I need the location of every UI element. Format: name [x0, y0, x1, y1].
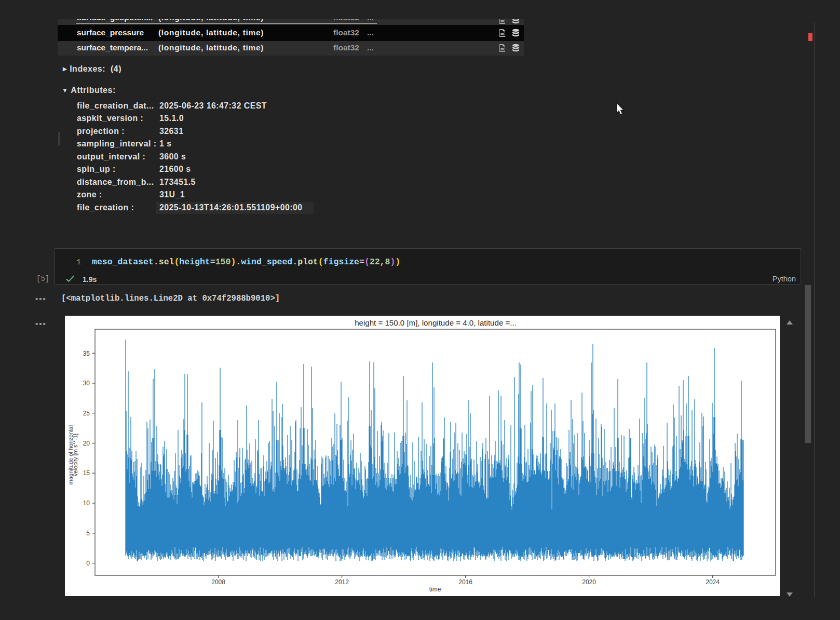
svg-text:35: 35 — [83, 350, 90, 357]
svg-text:10: 10 — [83, 500, 90, 507]
svg-text:2016: 2016 — [458, 578, 472, 586]
svg-text:2020: 2020 — [582, 578, 596, 586]
svg-text:30: 30 — [83, 380, 90, 387]
svg-text:velocity [m s**-1]: velocity [m s**-1] — [72, 434, 78, 476]
svg-text:25: 25 — [83, 410, 90, 417]
svg-text:2024: 2024 — [706, 578, 720, 586]
svg-text:height = 150.0 [m], longitude: height = 150.0 [m], longitude = 4.0, lat… — [355, 318, 517, 327]
svg-text:20: 20 — [83, 440, 90, 447]
svg-text:15: 15 — [83, 469, 90, 477]
svg-text:0: 0 — [86, 560, 90, 567]
svg-text:2008: 2008 — [211, 578, 225, 586]
svg-text:2012: 2012 — [335, 578, 349, 586]
svg-text:5: 5 — [86, 530, 90, 537]
svg-text:time: time — [429, 586, 441, 593]
